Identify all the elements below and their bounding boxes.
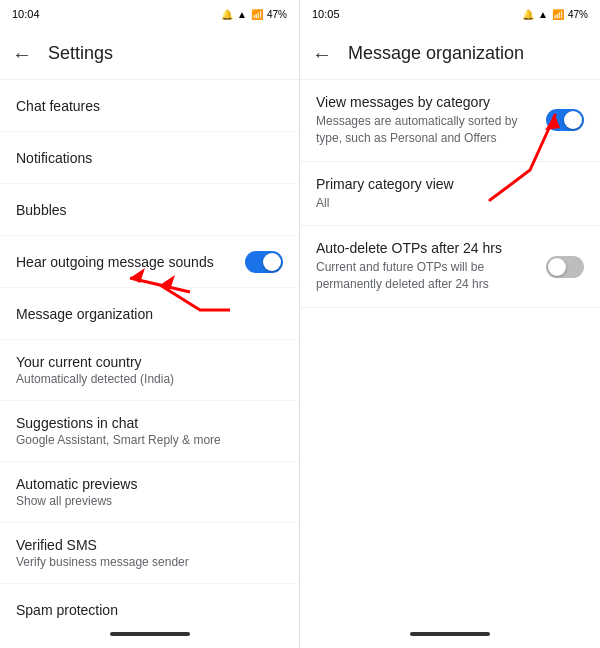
left-panel: 10:04 🔔 ▲ 📶 47% ← Settings Chat features… — [0, 0, 300, 648]
settings-item-content-verified-sms: Verified SMSVerify business message send… — [16, 537, 283, 569]
toggle-knob-view-by-category — [564, 111, 582, 129]
msg-org-title-view-by-category: View messages by category — [316, 94, 534, 110]
left-header: ← Settings — [0, 28, 299, 80]
wifi-icon: 📶 — [251, 9, 263, 20]
settings-item-title-bubbles: Bubbles — [16, 202, 283, 218]
settings-item-notifications[interactable]: Notifications — [0, 132, 299, 184]
settings-item-content-bubbles: Bubbles — [16, 202, 283, 218]
settings-item-subtitle-current-country: Automatically detected (India) — [16, 372, 283, 386]
settings-item-title-spam-protection: Spam protection — [16, 602, 283, 618]
msg-org-content-primary-category: Primary category viewAll — [316, 176, 584, 212]
right-nav-indicator — [410, 632, 490, 636]
toggle-auto-delete-otps[interactable] — [546, 256, 584, 278]
msg-org-content-view-by-category: View messages by categoryMessages are au… — [316, 94, 546, 147]
settings-item-title-suggestions: Suggestions in chat — [16, 415, 283, 431]
msg-org-subtitle-primary-category: All — [316, 195, 572, 212]
right-back-button[interactable]: ← — [312, 44, 332, 64]
settings-item-suggestions[interactable]: Suggestions in chatGoogle Assistant, Sma… — [0, 401, 299, 462]
right-nav-bar — [300, 624, 600, 648]
right-status-icons: 🔔 ▲ 📶 47% — [522, 9, 588, 20]
left-nav-bar — [0, 624, 299, 648]
settings-item-verified-sms[interactable]: Verified SMSVerify business message send… — [0, 523, 299, 584]
settings-item-subtitle-verified-sms: Verify business message sender — [16, 555, 283, 569]
settings-item-bubbles[interactable]: Bubbles — [0, 184, 299, 236]
settings-item-content-suggestions: Suggestions in chatGoogle Assistant, Sma… — [16, 415, 283, 447]
signal-icon: ▲ — [237, 9, 247, 20]
left-header-title: Settings — [48, 43, 113, 64]
right-battery-icon: 47% — [568, 9, 588, 20]
msg-org-item-auto-delete-otps[interactable]: Auto-delete OTPs after 24 hrsCurrent and… — [300, 226, 600, 308]
settings-item-content-current-country: Your current countryAutomatically detect… — [16, 354, 283, 386]
settings-item-title-hear-outgoing: Hear outgoing message sounds — [16, 254, 245, 270]
settings-item-subtitle-auto-previews: Show all previews — [16, 494, 283, 508]
settings-item-current-country[interactable]: Your current countryAutomatically detect… — [0, 340, 299, 401]
settings-item-auto-previews[interactable]: Automatic previewsShow all previews — [0, 462, 299, 523]
toggle-view-by-category[interactable] — [546, 109, 584, 131]
msg-org-subtitle-view-by-category: Messages are automatically sorted by typ… — [316, 113, 534, 147]
toggle-knob-hear-outgoing — [263, 253, 281, 271]
notification-icon: 🔔 — [221, 9, 233, 20]
settings-item-title-verified-sms: Verified SMS — [16, 537, 283, 553]
msg-org-title-primary-category: Primary category view — [316, 176, 572, 192]
settings-item-title-message-org: Message organization — [16, 306, 283, 322]
toggle-hear-outgoing[interactable] — [245, 251, 283, 273]
settings-item-title-current-country: Your current country — [16, 354, 283, 370]
settings-item-content-auto-previews: Automatic previewsShow all previews — [16, 476, 283, 508]
msg-org-content-auto-delete-otps: Auto-delete OTPs after 24 hrsCurrent and… — [316, 240, 546, 293]
left-back-button[interactable]: ← — [12, 44, 32, 64]
right-header: ← Message organization — [300, 28, 600, 80]
right-status-bar: 10:05 🔔 ▲ 📶 47% — [300, 0, 600, 28]
settings-item-content-chat-features: Chat features — [16, 98, 283, 114]
settings-item-subtitle-suggestions: Google Assistant, Smart Reply & more — [16, 433, 283, 447]
settings-item-spam-protection[interactable]: Spam protection — [0, 584, 299, 624]
settings-item-content-message-org: Message organization — [16, 306, 283, 322]
battery-icon: 47% — [267, 9, 287, 20]
settings-item-chat-features[interactable]: Chat features — [0, 80, 299, 132]
left-nav-indicator — [110, 632, 190, 636]
right-header-title: Message organization — [348, 43, 524, 64]
settings-list: Chat featuresNotificationsBubblesHear ou… — [0, 80, 299, 624]
settings-item-hear-outgoing[interactable]: Hear outgoing message sounds — [0, 236, 299, 288]
msg-org-item-primary-category[interactable]: Primary category viewAll — [300, 162, 600, 227]
msg-org-list: View messages by categoryMessages are au… — [300, 80, 600, 624]
settings-item-title-notifications: Notifications — [16, 150, 283, 166]
settings-item-content-hear-outgoing: Hear outgoing message sounds — [16, 254, 245, 270]
left-status-icons: 🔔 ▲ 📶 47% — [221, 9, 287, 20]
toggle-knob-auto-delete-otps — [548, 258, 566, 276]
settings-item-title-chat-features: Chat features — [16, 98, 283, 114]
msg-org-item-view-by-category[interactable]: View messages by categoryMessages are au… — [300, 80, 600, 162]
settings-item-message-org[interactable]: Message organization — [0, 288, 299, 340]
right-wifi-icon: 📶 — [552, 9, 564, 20]
left-status-bar: 10:04 🔔 ▲ 📶 47% — [0, 0, 299, 28]
msg-org-subtitle-auto-delete-otps: Current and future OTPs will be permanen… — [316, 259, 534, 293]
settings-item-content-spam-protection: Spam protection — [16, 602, 283, 618]
settings-item-content-notifications: Notifications — [16, 150, 283, 166]
left-time: 10:04 — [12, 8, 40, 20]
msg-org-title-auto-delete-otps: Auto-delete OTPs after 24 hrs — [316, 240, 534, 256]
settings-item-title-auto-previews: Automatic previews — [16, 476, 283, 492]
right-time: 10:05 — [312, 8, 340, 20]
right-panel: 10:05 🔔 ▲ 📶 47% ← Message organization V… — [300, 0, 600, 648]
right-signal-icon: ▲ — [538, 9, 548, 20]
right-notification-icon: 🔔 — [522, 9, 534, 20]
